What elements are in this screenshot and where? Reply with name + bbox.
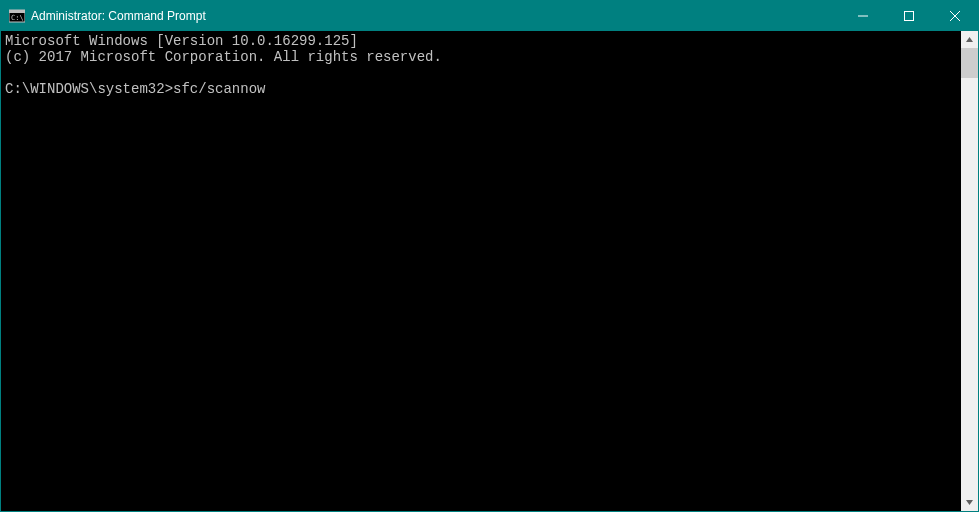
window-title: Administrator: Command Prompt [31, 9, 206, 23]
client-area: Microsoft Windows [Version 10.0.16299.12… [1, 31, 978, 511]
scroll-up-button[interactable] [961, 31, 978, 48]
minimize-button[interactable] [840, 1, 886, 31]
close-button[interactable] [932, 1, 978, 31]
scroll-thumb[interactable] [961, 48, 978, 78]
titlebar[interactable]: C:\ Administrator: Command Prompt [1, 1, 978, 31]
terminal-line: Microsoft Windows [Version 10.0.16299.12… [5, 33, 358, 49]
terminal-output[interactable]: Microsoft Windows [Version 10.0.16299.12… [1, 31, 961, 511]
cmd-icon: C:\ [9, 8, 25, 24]
terminal-prompt: C:\WINDOWS\system32> [5, 81, 173, 97]
scroll-track[interactable] [961, 48, 978, 494]
scroll-down-button[interactable] [961, 494, 978, 511]
window-controls [840, 1, 978, 31]
command-prompt-window: C:\ Administrator: Command Prompt Micros… [0, 0, 979, 512]
svg-rect-1 [9, 10, 25, 13]
maximize-button[interactable] [886, 1, 932, 31]
vertical-scrollbar[interactable] [961, 31, 978, 511]
terminal-command: sfc/scannow [173, 81, 265, 97]
terminal-line: (c) 2017 Microsoft Corporation. All righ… [5, 49, 442, 65]
svg-rect-3 [905, 12, 914, 21]
svg-text:C:\: C:\ [11, 14, 24, 22]
